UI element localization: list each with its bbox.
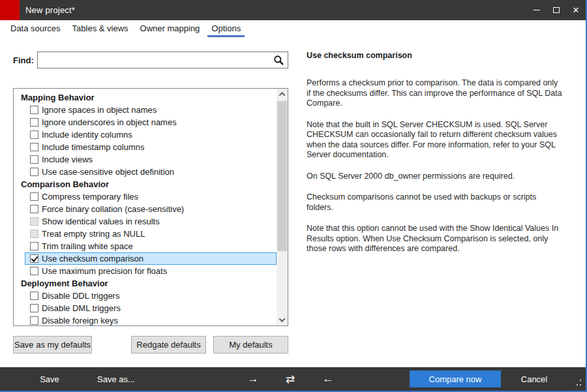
option-label: Disable foreign keys: [42, 314, 118, 326]
help-paragraph: Note that this option cannot be used wit…: [307, 224, 562, 254]
section-header-mapping: Mapping Behavior: [14, 91, 277, 104]
help-panel: Use checksum comparison Performs a check…: [307, 51, 562, 265]
checkbox-unchecked-icon[interactable]: [30, 118, 38, 127]
option-label: Include views: [42, 153, 93, 166]
app-logo-icon: [0, 0, 20, 20]
maximize-icon: [553, 7, 560, 13]
option-label: Include timestamp columns: [42, 141, 145, 153]
save-as-my-defaults-button[interactable]: Save as my defaults: [13, 336, 92, 354]
tab-data-sources[interactable]: Data sources: [5, 20, 67, 37]
section-header-deployment: Deployment Behavior: [14, 277, 277, 290]
option-label: Trim trailing white space: [42, 240, 133, 252]
checkbox-unchecked-icon[interactable]: [30, 168, 38, 176]
checkbox-unchecked-icon[interactable]: [30, 130, 38, 139]
option-label: Use case-sensitive object definition: [42, 166, 174, 178]
option-row[interactable]: Disable DML triggers: [25, 302, 277, 314]
tab-label: Tables & views: [72, 23, 128, 33]
copy-right-arrow-icon[interactable]: →: [245, 367, 262, 391]
find-label: Find:: [13, 55, 34, 65]
scroll-down-button[interactable]: [277, 314, 288, 325]
scroll-up-button[interactable]: [277, 89, 288, 100]
chevron-up-icon: [279, 92, 286, 98]
option-label: Disable DML triggers: [42, 302, 121, 314]
checkbox-unchecked-icon[interactable]: [30, 205, 38, 213]
option-label: Compress temporary files: [42, 190, 138, 203]
tab-tables-views[interactable]: Tables & views: [67, 20, 134, 37]
section-header-comparison: Comparison Behavior: [14, 178, 277, 190]
option-row[interactable]: Force binary collation (case-sensitive): [25, 203, 277, 215]
checkbox-unchecked-icon[interactable]: [30, 292, 38, 300]
option-row[interactable]: Show identical values in results: [25, 215, 277, 228]
help-paragraph: Note that the built in SQL Server CHECKS…: [307, 120, 562, 160]
scrollbar-thumb[interactable]: [277, 101, 287, 251]
minimize-button[interactable]: [527, 0, 547, 20]
option-row[interactable]: Treat empty string as NULL: [25, 228, 277, 240]
option-row[interactable]: Use case-sensitive object definition: [25, 166, 277, 178]
chevron-down-icon: [279, 316, 286, 322]
swap-sources-icon[interactable]: ⇄: [282, 367, 299, 391]
checkbox-checked-icon[interactable]: [30, 254, 38, 263]
list-scrollbar[interactable]: [277, 89, 288, 325]
option-label: Force binary collation (case-sensitive): [42, 203, 184, 215]
tab-options[interactable]: Options: [205, 20, 247, 37]
copy-left-arrow-icon[interactable]: ←: [320, 367, 337, 391]
checkbox-unchecked-icon[interactable]: [30, 267, 38, 275]
close-button[interactable]: ✕: [566, 0, 586, 20]
option-row[interactable]: Use maximum precision for floats: [25, 265, 277, 277]
my-defaults-button[interactable]: My defaults: [213, 336, 288, 354]
option-row[interactable]: Include timestamp columns: [25, 141, 277, 153]
search-icon[interactable]: [273, 55, 284, 66]
option-row[interactable]: Ignore spaces in object names: [25, 104, 277, 116]
compare-now-button[interactable]: Compare now: [410, 370, 501, 387]
titlebar: New project* ✕: [0, 0, 586, 20]
checkbox-unchecked-icon[interactable]: [30, 304, 38, 312]
option-label: Include identity columns: [42, 128, 132, 141]
bottom-bar: Save Save as... → ⇄ ← Compare now Cancel: [0, 367, 586, 391]
option-label: Ignore underscores in object names: [42, 116, 177, 128]
help-title: Use checksum comparison: [307, 51, 562, 60]
help-paragraph: On SQL Server 2000 db_owner permissions …: [307, 172, 562, 182]
tab-bar: Data sources Tables & views Owner mappin…: [0, 20, 586, 37]
options-listbox: Mapping Behavior Ignore spaces in object…: [13, 88, 288, 326]
help-paragraph: Checksum comparisons cannot be used with…: [307, 192, 562, 213]
minimize-icon: [534, 10, 540, 10]
option-label: Use maximum precision for floats: [42, 265, 167, 277]
tab-label: Data sources: [10, 23, 61, 33]
checkbox-disabled-icon: [30, 217, 38, 226]
tab-label: Options: [211, 23, 241, 33]
cancel-button[interactable]: Cancel: [514, 367, 554, 391]
checkbox-unchecked-icon[interactable]: [30, 106, 38, 114]
option-row[interactable]: Include identity columns: [25, 128, 277, 141]
save-as-button[interactable]: Save as...: [91, 367, 141, 391]
find-input[interactable]: [37, 52, 288, 68]
tab-owner-mapping[interactable]: Owner mapping: [134, 20, 206, 37]
option-row[interactable]: Ignore underscores in object names: [25, 116, 277, 128]
option-row[interactable]: Disable DDL triggers: [25, 290, 277, 302]
checkbox-unchecked-icon[interactable]: [30, 192, 38, 201]
help-paragraph: Performs a checksum prior to comparison.…: [307, 78, 562, 109]
option-row[interactable]: Disable foreign keys: [25, 314, 277, 326]
close-icon: ✕: [573, 6, 580, 14]
save-button[interactable]: Save: [31, 367, 68, 391]
window-title: New project*: [25, 5, 75, 15]
checkbox-unchecked-icon[interactable]: [30, 155, 38, 164]
option-label: Treat empty string as NULL: [42, 228, 145, 240]
maximize-button[interactable]: [547, 0, 566, 20]
option-row-selected[interactable]: Use checksum comparison: [25, 252, 277, 265]
option-label: Use checksum comparison: [42, 252, 143, 265]
tab-label: Owner mapping: [140, 23, 200, 33]
option-label: Show identical values in results: [42, 215, 160, 228]
option-row[interactable]: Compress temporary files: [25, 190, 277, 203]
checkbox-unchecked-icon[interactable]: [30, 242, 38, 250]
resize-grip[interactable]: [575, 380, 581, 386]
new-project-window: New project* ✕ Data sources Tables & vie…: [0, 0, 587, 392]
option-row[interactable]: Trim trailing white space: [25, 240, 277, 252]
checkbox-unchecked-icon[interactable]: [30, 143, 38, 151]
window-controls: ✕: [527, 0, 586, 20]
option-row[interactable]: Include views: [25, 153, 277, 166]
redgate-defaults-button[interactable]: Redgate defaults: [131, 336, 206, 354]
option-label: Disable DDL triggers: [42, 290, 119, 302]
checkbox-unchecked-icon[interactable]: [30, 316, 38, 325]
option-label: Ignore spaces in object names: [42, 104, 157, 116]
options-rows: Mapping Behavior Ignore spaces in object…: [14, 89, 277, 326]
